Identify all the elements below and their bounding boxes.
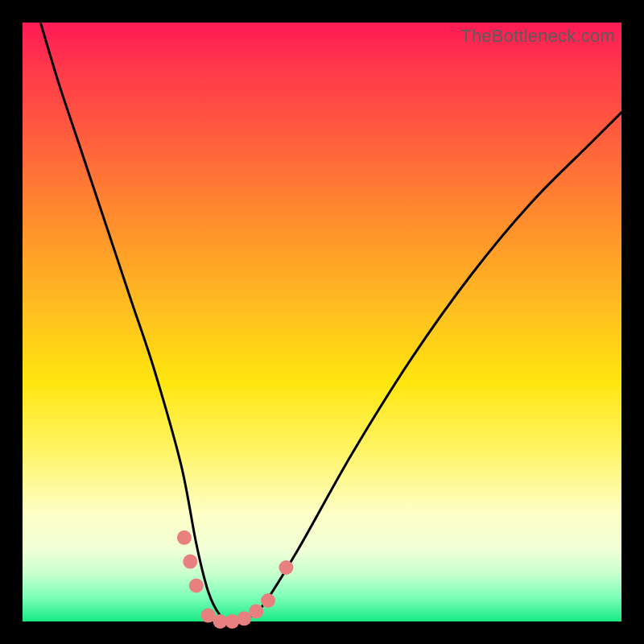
plot-area: TheBottleneck.com	[23, 23, 621, 621]
curve-markers	[177, 530, 294, 629]
curve-marker	[189, 578, 204, 592]
watermark-text: TheBottleneck.com	[460, 26, 615, 47]
curve-marker	[279, 560, 293, 575]
curve-marker	[177, 530, 192, 545]
bottleneck-curve	[40, 23, 621, 621]
curve-marker	[183, 555, 197, 569]
curve-marker	[249, 604, 263, 618]
chart-frame: TheBottleneck.com	[0, 0, 644, 644]
curve-marker	[261, 593, 275, 608]
chart-svg	[23, 23, 621, 621]
